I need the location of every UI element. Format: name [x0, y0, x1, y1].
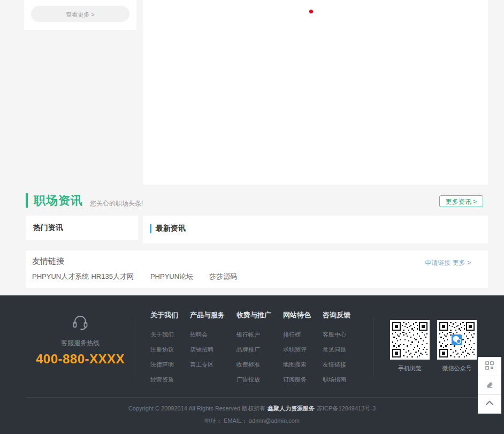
feedback-button[interactable] — [478, 376, 501, 395]
qr-label: 微信公众号 — [437, 364, 477, 372]
hot-news-title: 热门资讯 — [33, 223, 138, 233]
news-section-header: 职场资讯 您关心的职场头条! 更多资讯 > — [26, 192, 488, 213]
headset-icon — [71, 324, 90, 333]
mobile-qr-code — [390, 320, 430, 360]
footer-link[interactable]: 法律声明 — [150, 357, 178, 372]
friend-link[interactable]: HR135人才网 — [91, 272, 148, 281]
footer-column-title: 咨询反馈 — [323, 310, 350, 320]
footer-column-title: 关于我们 — [150, 310, 178, 320]
more-news-button[interactable]: 更多资讯 > — [439, 195, 483, 207]
footer-link[interactable]: 常见问题 — [323, 342, 350, 357]
footer-link[interactable]: 注册协议 — [150, 342, 178, 357]
footer-column-feedback: 咨询反馈 客服中心 常见问题 友情链接 职场指南 — [323, 310, 350, 387]
carousel-dot[interactable] — [309, 10, 313, 13]
footer-qr-codes: 手机浏览 微信公众号 — [390, 320, 477, 372]
footer-link[interactable]: 经营资质 — [150, 372, 178, 387]
footer-column-fees: 收费与推广 银行帐户 品牌推广 收费标准 广告投放 — [236, 310, 271, 387]
footer-link[interactable]: 排行榜 — [283, 327, 311, 342]
view-more-button[interactable]: 查看更多 > — [31, 6, 129, 22]
friend-links-list: PHPYUN人才系统 HR135人才网 PHPYUN论坛 莎莎源码 — [32, 271, 237, 281]
footer-link[interactable]: 友情链接 — [323, 357, 350, 372]
latest-news-card: 最新资讯 — [143, 216, 488, 243]
page: 查看更多 > 职场资讯 您关心的职场头条! 更多资讯 > 热门资讯 最新资讯 友… — [0, 0, 504, 434]
wechat-qr-code — [437, 320, 477, 360]
friend-links-card: 友情链接 申请链接 更多 > PHPYUN人才系统 HR135人才网 PHPYU… — [26, 250, 488, 288]
wechat-logo-icon — [452, 334, 462, 345]
friend-link[interactable]: PHPYUN论坛 — [150, 272, 207, 281]
footer-link[interactable]: 银行帐户 — [236, 327, 271, 342]
footer-nav: 关于我们 关于我们 注册协议 法律声明 经营资质 产品与服务 招聘会 店铺招聘 … — [150, 310, 350, 387]
footer-column-about: 关于我们 关于我们 注册协议 法律声明 经营资质 — [150, 310, 178, 387]
footer-link[interactable]: 广告投放 — [236, 372, 271, 387]
green-accent-bar — [26, 193, 28, 208]
friend-links-title: 友情链接 — [32, 256, 64, 267]
qrcode-button[interactable] — [478, 357, 501, 376]
footer-link[interactable]: 收费标准 — [236, 357, 271, 372]
footer-link[interactable]: 客服中心 — [323, 327, 350, 342]
friend-link[interactable]: 莎莎源码 — [209, 272, 237, 281]
footer-link[interactable]: 关于我们 — [150, 327, 178, 342]
footer-link[interactable]: 地图搜索 — [283, 357, 311, 372]
apply-link-more[interactable]: 申请链接 更多 > — [425, 258, 471, 268]
qr-wechat-block: 微信公众号 — [437, 320, 477, 372]
footer-column-features: 网站特色 排行榜 求职测评 地图搜索 订阅服务 — [283, 310, 311, 387]
copyright-line: Copyright C 20092014 All Rights Reserved… — [0, 405, 504, 413]
footer-link[interactable]: 招聘会 — [190, 327, 225, 342]
copyright-text: Copyright C 20092014 All Rights Reserved… — [128, 405, 265, 412]
top-sidebar-card: 查看更多 > — [24, 0, 136, 30]
hotline-number: 400-880-XXXX — [28, 352, 133, 367]
hotline-label: 客服服务热线 — [28, 339, 133, 348]
news-section-subtitle: 您关心的职场头条! — [90, 199, 143, 208]
footer-column-title: 产品与服务 — [190, 310, 225, 320]
news-section-title: 职场资讯 — [34, 193, 83, 209]
footer-divider — [373, 318, 373, 378]
footer-link[interactable]: 职场指南 — [323, 372, 350, 387]
latest-news-title: 最新资讯 — [156, 224, 488, 233]
footer: 客服服务热线 400-880-XXXX 关于我们 关于我们 注册协议 法律声明 … — [0, 295, 504, 434]
contact-line: 地址： EMAIL： admin@admin.com — [0, 417, 504, 425]
qr-mobile-block: 手机浏览 — [390, 320, 430, 372]
eraser-icon — [485, 379, 494, 391]
footer-link[interactable]: 订阅服务 — [283, 372, 311, 387]
qr-label: 手机浏览 — [390, 364, 430, 372]
footer-divider — [135, 318, 135, 378]
footer-link[interactable]: 品牌推广 — [236, 342, 271, 357]
qrcode-icon — [485, 361, 494, 372]
icp-number[interactable]: 苏ICP备12049413号-3 — [317, 405, 376, 412]
hotline-block: 客服服务热线 400-880-XXXX — [28, 313, 133, 367]
main-content-panel — [143, 0, 488, 185]
chevron-up-icon — [484, 399, 495, 409]
footer-link[interactable]: 店铺招聘 — [190, 342, 225, 357]
hot-news-card: 热门资讯 — [26, 216, 138, 240]
friend-link[interactable]: PHPYUN人才系统 — [32, 272, 89, 281]
back-to-top-button[interactable] — [478, 394, 501, 414]
footer-column-title: 网站特色 — [283, 310, 311, 320]
floating-toolbar — [478, 357, 500, 414]
company-name: 鑫聚人力资源服务 — [268, 405, 315, 412]
footer-column-title: 收费与推广 — [236, 310, 271, 320]
blue-accent-bar — [150, 224, 151, 233]
footer-separator — [26, 397, 478, 398]
footer-link[interactable]: 求职测评 — [283, 342, 311, 357]
footer-link[interactable]: 普工专区 — [190, 357, 225, 372]
footer-column-products: 产品与服务 招聘会 店铺招聘 普工专区 — [190, 310, 225, 387]
